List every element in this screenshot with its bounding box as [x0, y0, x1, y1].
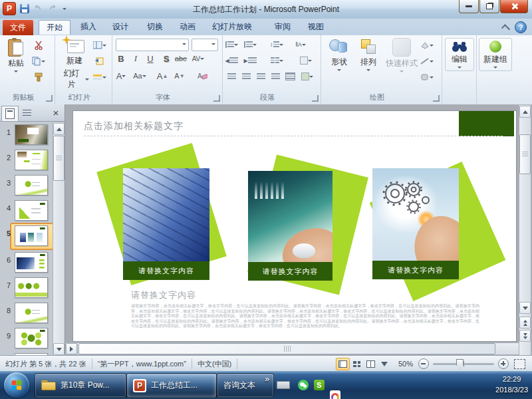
reading-view-button[interactable] — [364, 358, 378, 370]
photo-data-mouse[interactable] — [248, 171, 332, 262]
tab-animations[interactable]: 动画 — [172, 20, 203, 34]
sogou-tray-icon[interactable]: S — [314, 380, 325, 390]
tab-file[interactable]: 文件 — [3, 20, 33, 35]
tab-design[interactable]: 设计 — [105, 20, 136, 34]
taskbar-clock[interactable]: 22:29 2018/3/23 — [495, 374, 528, 395]
numbering-icon[interactable] — [243, 39, 257, 51]
help-icon[interactable]: ? — [515, 21, 527, 33]
section-icon[interactable] — [93, 71, 106, 83]
shape-effects-icon[interactable] — [420, 71, 434, 83]
close-panel-icon[interactable]: × — [50, 106, 62, 118]
slide-title-placeholder[interactable]: 点击添加相关标题文字 — [84, 120, 184, 132]
panel-scrollbar[interactable] — [53, 122, 65, 355]
panel-scroll-down-icon[interactable] — [53, 343, 65, 355]
bold-button[interactable]: B — [114, 53, 128, 65]
tab-transitions[interactable]: 切换 — [140, 20, 170, 34]
slide-thumbnail-6[interactable] — [15, 252, 48, 273]
photo-staircase[interactable] — [123, 168, 209, 261]
slide-thumbnail-1[interactable] — [15, 124, 48, 145]
reset-slide-icon[interactable] — [93, 55, 106, 67]
photo-gears-hand[interactable] — [372, 168, 459, 261]
font-size-select[interactable] — [192, 39, 218, 51]
photo-block-3[interactable]: 请替换文字内容 — [372, 168, 459, 279]
line-spacing-icon[interactable]: ↕ — [270, 39, 283, 51]
quick-styles-button[interactable]: 快速样式 — [384, 38, 419, 72]
keyboard-tray-icon[interactable] — [277, 381, 290, 389]
drawing-dialog-launcher[interactable] — [433, 95, 440, 102]
strikethrough-button[interactable]: abe — [174, 53, 188, 65]
bullets-icon[interactable] — [225, 39, 238, 51]
tab-review[interactable]: 审阅 — [267, 20, 298, 34]
arrange-button[interactable]: 排列 — [355, 38, 382, 71]
paste-button[interactable]: 粘贴 — [4, 38, 28, 72]
zoom-out-button[interactable] — [418, 358, 429, 369]
photo-caption-2[interactable]: 请替换文字内容 — [248, 262, 332, 281]
text-direction-icon[interactable]: ‖A — [294, 39, 307, 51]
tab-view[interactable]: 视图 — [301, 20, 331, 34]
align-text-icon[interactable] — [299, 55, 313, 66]
horizontal-scrollbar[interactable] — [65, 342, 519, 355]
tab-slideshow[interactable]: 幻灯片放映 — [205, 20, 259, 34]
horizontal-scrollbar-thumb[interactable] — [78, 343, 495, 354]
increase-indent-icon[interactable]: ▶ — [243, 55, 257, 66]
justify-icon[interactable] — [269, 70, 282, 82]
slides-tab[interactable] — [1, 106, 19, 121]
paragraph-dialog-launcher[interactable] — [312, 95, 319, 102]
body-text[interactable]: 请替换文字内容，点击添加相关标题文字，修改文字内容，也可以直接复制你的内容到此。… — [131, 304, 479, 329]
outline-tab[interactable] — [19, 106, 35, 120]
wechat-tray-icon[interactable] — [298, 380, 309, 390]
slide-thumbnail-4[interactable] — [15, 200, 48, 221]
font-name-select[interactable] — [116, 39, 189, 51]
panel-scroll-up-icon[interactable] — [53, 123, 65, 135]
fit-to-window-button[interactable] — [514, 359, 525, 369]
shape-outline-icon[interactable] — [420, 55, 434, 67]
restore-button[interactable] — [479, 0, 499, 13]
slide-scrollbar[interactable] — [519, 104, 531, 356]
columns-icon[interactable] — [270, 55, 283, 66]
font-color-button[interactable]: A — [114, 70, 128, 82]
grow-font-button[interactable]: A▲ — [156, 70, 169, 82]
tab-home[interactable]: 开始 — [39, 20, 70, 35]
photo-caption-1[interactable]: 请替换文字内容 — [123, 261, 209, 280]
collapse-ribbon-icon[interactable] — [501, 24, 510, 33]
scroll-up-icon[interactable] — [519, 106, 531, 118]
slide-scrollbar-thumb[interactable] — [519, 134, 531, 174]
change-case-button[interactable]: Aa — [133, 70, 146, 82]
slide-canvas[interactable]: 点击添加相关标题文字 请替换文字内容 请替换文字内容 — [73, 111, 516, 341]
character-spacing-button[interactable]: AV — [192, 53, 205, 65]
close-button[interactable] — [500, 0, 528, 13]
previous-slide-icon[interactable] — [519, 317, 531, 329]
align-center-icon[interactable] — [239, 70, 253, 82]
slide-sorter-button[interactable] — [350, 358, 364, 370]
font-dialog-launcher[interactable] — [213, 95, 220, 102]
zoom-slider[interactable] — [433, 363, 494, 365]
slide-thumbnail-7[interactable] — [15, 277, 48, 298]
zoom-in-button[interactable] — [498, 358, 509, 369]
slideshow-button[interactable] — [378, 358, 392, 370]
align-right-icon[interactable] — [254, 70, 267, 82]
photo-block-2[interactable]: 请替换文字内容 — [248, 171, 332, 281]
slide-thumbnail-2[interactable] — [15, 150, 48, 170]
shrink-font-button[interactable]: A▼ — [173, 70, 186, 82]
clear-formatting-icon[interactable]: A — [196, 70, 209, 82]
new-slide-button[interactable]: 新建 幻灯片 — [60, 38, 89, 90]
smartart-convert-icon[interactable] — [301, 70, 314, 82]
slide-thumbnail-5[interactable] — [15, 225, 48, 246]
align-left-icon[interactable] — [225, 70, 238, 82]
taskbar-button-powerpoint[interactable]: P 工作总结工... — [126, 373, 217, 398]
start-button[interactable] — [4, 372, 29, 398]
cut-icon[interactable] — [32, 39, 45, 51]
normal-view-button[interactable] — [336, 358, 350, 370]
tab-insert[interactable]: 插入 — [73, 20, 104, 34]
copy-icon[interactable] — [32, 55, 45, 67]
text-shadow-button[interactable]: S — [160, 53, 173, 65]
photo-caption-3[interactable]: 请替换文字内容 — [372, 261, 459, 279]
underline-button[interactable]: U — [144, 53, 157, 65]
zoom-slider-thumb[interactable] — [456, 359, 464, 370]
new-group-button[interactable]: 新建组 — [479, 38, 512, 71]
body-heading[interactable]: 请替换文字内容 — [131, 289, 196, 301]
panel-scrollbar-thumb[interactable] — [53, 136, 65, 181]
slide-layout-icon[interactable] — [93, 39, 106, 51]
slide-thumbnail-3[interactable] — [15, 175, 48, 196]
italic-button[interactable]: I — [129, 53, 142, 65]
